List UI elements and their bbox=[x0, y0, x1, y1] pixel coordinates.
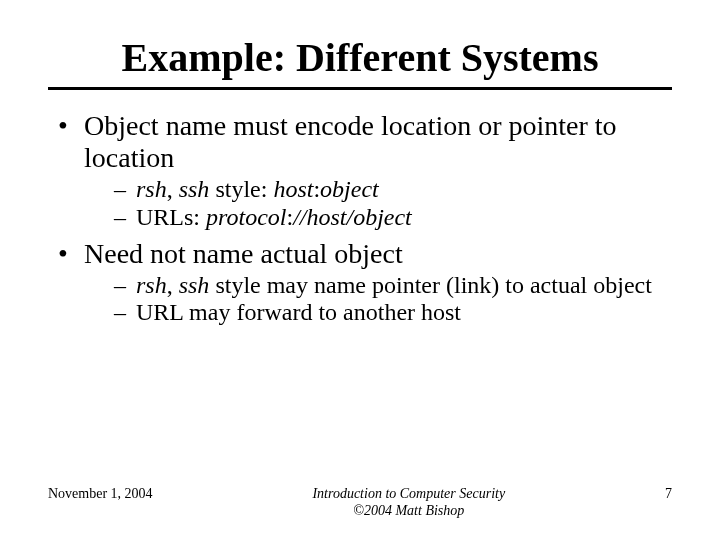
term-path: //host/object bbox=[293, 204, 412, 230]
term-ssh: ssh bbox=[179, 272, 210, 298]
term-rsh: rsh bbox=[136, 272, 167, 298]
term-ssh: ssh bbox=[179, 176, 210, 202]
text: URL may forward to another host bbox=[136, 299, 461, 325]
bullet-item: Need not name actual object rsh, ssh sty… bbox=[84, 238, 672, 327]
footer-page-number: 7 bbox=[665, 486, 672, 502]
bullet-list-level2: rsh, ssh style: host:object URLs: protoc… bbox=[84, 176, 672, 231]
text: URLs: bbox=[136, 204, 206, 230]
sub-bullet-item: URL may forward to another host bbox=[136, 299, 672, 327]
slide-footer: November 1, 2004 Introduction to Compute… bbox=[0, 486, 720, 520]
term-protocol: protocol bbox=[206, 204, 286, 230]
bullet-text: Object name must encode location or poin… bbox=[84, 110, 617, 173]
bullet-list-level1: Object name must encode location or poin… bbox=[48, 110, 672, 327]
term-object: object bbox=[320, 176, 379, 202]
slide: Example: Different Systems Object name m… bbox=[0, 0, 720, 540]
slide-content: Object name must encode location or poin… bbox=[48, 110, 672, 327]
slide-title: Example: Different Systems bbox=[48, 34, 672, 81]
text: , bbox=[167, 176, 179, 202]
text: style may name pointer (link) to actual … bbox=[209, 272, 652, 298]
bullet-item: Object name must encode location or poin… bbox=[84, 110, 672, 232]
term-host: host bbox=[273, 176, 313, 202]
footer-center: Introduction to Computer Security ©2004 … bbox=[153, 486, 665, 520]
title-rule bbox=[48, 87, 672, 90]
term-rsh: rsh bbox=[136, 176, 167, 202]
bullet-list-level2: rsh, ssh style may name pointer (link) t… bbox=[84, 272, 672, 327]
text: , bbox=[167, 272, 179, 298]
footer-title: Introduction to Computer Security bbox=[312, 486, 505, 501]
sub-bullet-item: rsh, ssh style may name pointer (link) t… bbox=[136, 272, 672, 300]
footer-copyright: ©2004 Matt Bishop bbox=[353, 503, 464, 518]
sub-bullet-item: rsh, ssh style: host:object bbox=[136, 176, 672, 204]
bullet-text: Need not name actual object bbox=[84, 238, 403, 269]
text: style: bbox=[209, 176, 273, 202]
sub-bullet-item: URLs: protocol://host/object bbox=[136, 204, 672, 232]
footer-date: November 1, 2004 bbox=[48, 486, 153, 502]
